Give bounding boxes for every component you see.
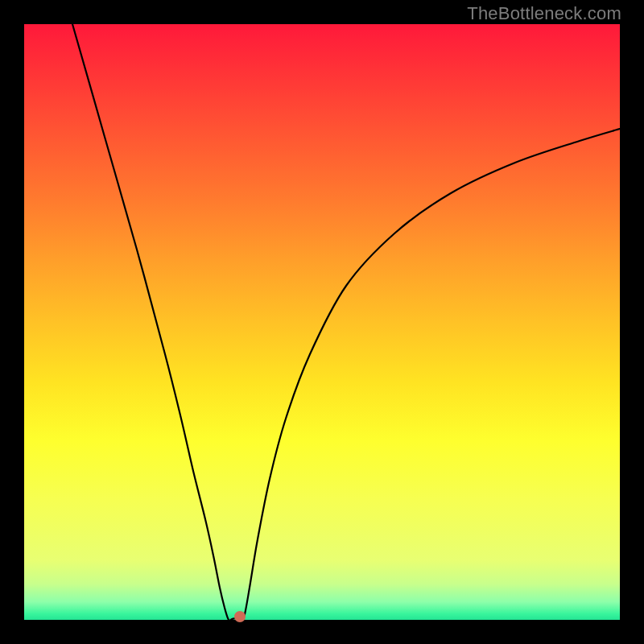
curve-layer — [24, 24, 620, 620]
chart-frame: TheBottleneck.com — [0, 0, 644, 644]
watermark-text: TheBottleneck.com — [467, 3, 621, 24]
optimal-point-marker — [234, 611, 246, 622]
plot-area — [24, 24, 620, 620]
bottleneck-curve — [72, 24, 620, 621]
